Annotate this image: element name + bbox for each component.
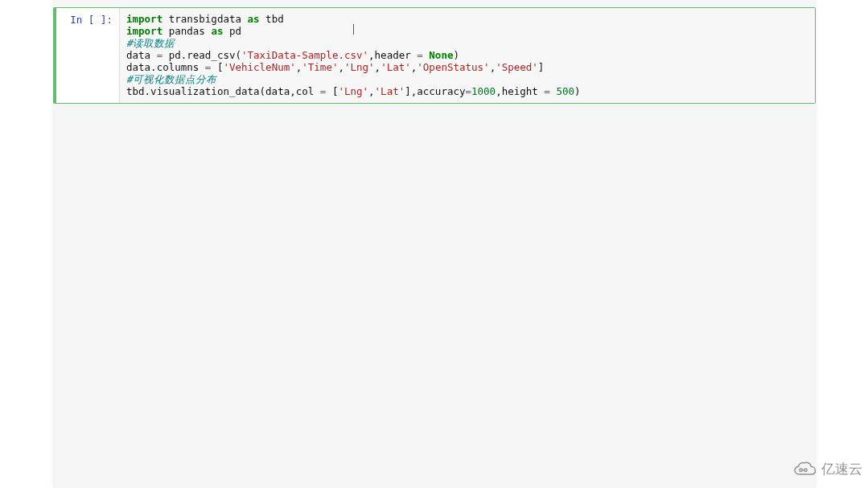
- prompt-open: [: [82, 14, 94, 26]
- code-editor[interactable]: import transbigdata as tbd import pandas…: [119, 8, 815, 103]
- output-area: [53, 116, 816, 476]
- svg-point-0: [800, 469, 802, 471]
- cell-gap: [53, 104, 816, 116]
- watermark: 亿速云: [792, 460, 862, 478]
- svg-point-1: [804, 469, 807, 471]
- text-cursor: [353, 24, 354, 35]
- watermark-text: 亿速云: [821, 460, 862, 478]
- cell-prompt: In [ ]:: [56, 8, 119, 103]
- prompt-close: ]:: [101, 14, 113, 26]
- code-cell[interactable]: In [ ]: import transbigdata as tbd impor…: [53, 7, 816, 104]
- code-text[interactable]: import transbigdata as tbd import pandas…: [126, 13, 808, 97]
- cloud-icon: [792, 461, 817, 478]
- prompt-number: [94, 14, 101, 26]
- notebook-container: In [ ]: import transbigdata as tbd impor…: [53, 0, 816, 488]
- previous-cell-gap: [53, 0, 816, 7]
- prompt-prefix: In: [70, 14, 82, 26]
